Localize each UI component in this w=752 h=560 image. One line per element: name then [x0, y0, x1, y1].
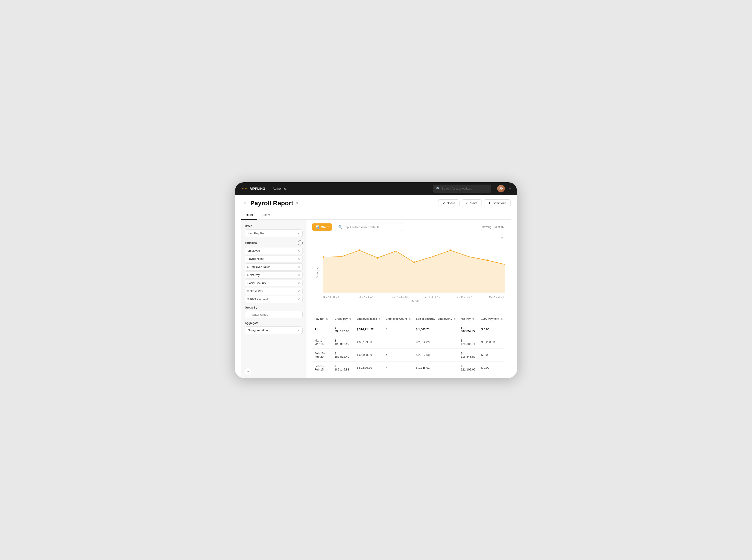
y-axis-label: Gross pay — [316, 267, 319, 278]
cell-pay-run: Feb 16 - Feb 29 — [312, 348, 332, 361]
variable-item: Employee✕ — [245, 247, 303, 254]
table-row: Feb 1 - Feb 15 $ 182,145.83 $ 59,586.30 … — [312, 361, 505, 374]
variables-title: Variables — [245, 241, 257, 244]
chevron-down-icon: ▾ — [298, 328, 300, 332]
col-header-soc-sec[interactable]: Social Security - Employer... ⇅ — [413, 315, 458, 323]
share-button[interactable]: ⤢ Share — [438, 199, 459, 207]
variable-item: $ Net Pay✕ — [245, 272, 303, 279]
dates-dropdown[interactable]: Last Pay Run ▾ — [245, 229, 303, 237]
data-table: Pay run ⇅ Gross pay ⇅ Employee taxes ⇅ E… — [312, 315, 505, 374]
main-content: ✕ Payroll Report ✎ ⤢ Share ✓ Save ⬇ Down… — [235, 195, 517, 378]
company-name: Acme Inc. — [273, 187, 287, 191]
global-search-input[interactable] — [442, 187, 488, 190]
tab-build[interactable]: Build — [241, 211, 257, 220]
variable-remove-button[interactable]: ✕ — [298, 298, 300, 301]
avatar[interactable]: JD — [497, 185, 505, 193]
cell-soc-sec: $ 2,312.09 — [413, 336, 458, 348]
share-label: Share — [447, 201, 455, 205]
svg-marker-13 — [323, 251, 505, 293]
group-input-wrapper: 🔍 — [245, 311, 303, 318]
table-search[interactable]: 🔍 — [335, 223, 402, 231]
x-label-6: Mar 1 - Mar 15 — [489, 296, 505, 298]
cell-gross-pay: $ 182,145.83 — [332, 361, 354, 374]
x-label-1: Dec 16 - Dec 31.... — [323, 296, 344, 298]
cell-emp-taxes: $ 66,908.09 — [354, 348, 383, 361]
download-label: Download — [492, 201, 506, 205]
download-button[interactable]: ⬇ Download — [484, 199, 511, 207]
group-by-input[interactable] — [245, 311, 303, 318]
x-axis-labels: Dec 16 - Dec 31.... Jan 1 - Jan 15 Jan 1… — [323, 295, 505, 298]
col-header-gross-pay[interactable]: Gross pay ⇅ — [332, 315, 354, 323]
variables-header: Variables + — [245, 240, 303, 245]
global-search[interactable]: 🔍 — [433, 184, 491, 193]
cell-1099: $ 0.00 — [479, 323, 505, 336]
cell-gross-pay: $ 935,192.18 — [332, 323, 354, 336]
cell-pay-run: All — [312, 323, 332, 336]
page-title: Payroll Report — [250, 200, 293, 207]
chart-settings-icon[interactable]: ⚙ — [500, 236, 504, 240]
table-search-input[interactable] — [345, 225, 399, 229]
right-panel: 📊 Chart 🔍 Showing 163 of 163 ⚙ Gross pay — [306, 220, 511, 378]
showing-count: Showing 163 of 163 — [481, 225, 505, 228]
aggregate-title: Aggregate — [245, 322, 303, 325]
cell-gross-pay: $ 190,062.49 — [332, 336, 354, 348]
x-label-3: Jan 16 - Jan 31 — [391, 296, 408, 298]
variable-remove-button[interactable]: ✕ — [298, 249, 300, 253]
col-header-net-pay[interactable]: Net Pay ⇅ — [458, 315, 479, 323]
variables-list: Employee✕Payroll Name✕$ Employee Taxes✕$… — [245, 247, 303, 303]
cell-net-pay: $ 116,545.88 — [458, 348, 479, 361]
header-row: ✕ Payroll Report ✎ ⤢ Share ✓ Save ⬇ Down… — [241, 199, 511, 207]
share-icon: ⤢ — [443, 201, 445, 205]
save-button[interactable]: ✓ Save — [462, 199, 482, 207]
variable-label: $ Gross Pay — [247, 289, 263, 293]
sidebar: Dates Last Pay Run ▾ Variables + Employe… — [241, 220, 306, 378]
variable-remove-button[interactable]: ✕ — [298, 281, 300, 285]
variable-remove-button[interactable]: ✕ — [298, 273, 300, 277]
svg-point-17 — [413, 261, 415, 263]
body-layout: Dates Last Pay Run ▾ Variables + Employe… — [241, 220, 511, 378]
variable-item: $ Gross Pay✕ — [245, 288, 303, 295]
chevron-down-icon: ▾ — [298, 232, 300, 235]
cell-1099: $ 5,208.33 — [479, 336, 505, 348]
col-header-pay-run[interactable]: Pay run ⇅ — [312, 315, 332, 323]
table-body: All $ 935,192.18 $ 314,914.22 4 $ 1,503.… — [312, 323, 505, 374]
chart-button[interactable]: 📊 Chart — [312, 223, 332, 231]
cell-emp-count: 4 — [383, 361, 413, 374]
variable-label: Social Security — [247, 282, 266, 285]
variable-remove-button[interactable]: ✕ — [298, 257, 300, 261]
cell-1099: $ 0.00 — [479, 348, 505, 361]
svg-point-15 — [359, 249, 360, 251]
col-header-emp-count[interactable]: Employee Count ⇅ — [383, 315, 413, 323]
collapse-sidebar-button[interactable]: « — [245, 368, 251, 374]
chart-label: Chart — [321, 225, 329, 229]
cell-emp-count: 4 — [383, 348, 413, 361]
variable-remove-button[interactable]: ✕ — [298, 289, 300, 293]
aggregate-value: No aggregation — [248, 328, 268, 332]
svg-point-16 — [377, 257, 378, 259]
cell-pay-run: Feb 1 - Feb 15 — [312, 361, 332, 374]
aggregate-dropdown[interactable]: No aggregation ▾ — [245, 326, 303, 334]
svg-point-18 — [450, 249, 451, 251]
variable-label: Payroll Name — [247, 257, 264, 260]
tab-filters[interactable]: Filters — [257, 211, 275, 220]
table-row: All $ 935,192.18 $ 314,914.22 4 $ 1,503.… — [312, 323, 505, 336]
cell-soc-sec: $ 1,345.91 — [413, 361, 458, 374]
variable-remove-button[interactable]: ✕ — [298, 265, 300, 269]
variable-item: Payroll Name✕ — [245, 255, 303, 262]
app-name: RIPPLING — [249, 186, 265, 191]
close-button[interactable]: ✕ — [241, 200, 248, 206]
variable-label: Employee — [247, 249, 260, 253]
col-header-emp-taxes[interactable]: Employee taxes ⇅ — [354, 315, 383, 323]
topnav: ⁘⁘ RIPPLING Acme Inc. 🔍 JD ▾ — [235, 182, 517, 195]
tabs-row: Build Filters — [241, 211, 511, 220]
x-axis-title: Pay run — [323, 299, 505, 302]
svg-point-19 — [486, 259, 488, 261]
table-row: Mar 1 - Mar 15 $ 190,062.49 $ 63,169.80 … — [312, 336, 505, 348]
add-variable-button[interactable]: + — [298, 240, 303, 245]
cell-emp-count: 6 — [383, 336, 413, 348]
cell-emp-taxes: $ 314,914.22 — [354, 323, 383, 336]
edit-icon[interactable]: ✎ — [296, 201, 299, 205]
chart-svg: 200k 180k 160k 140k 120k 100k 0 — [323, 236, 505, 295]
col-header-1099[interactable]: 1099 Payment ⇅ — [479, 315, 505, 323]
logo: ⁘⁘ RIPPLING — [241, 186, 265, 191]
